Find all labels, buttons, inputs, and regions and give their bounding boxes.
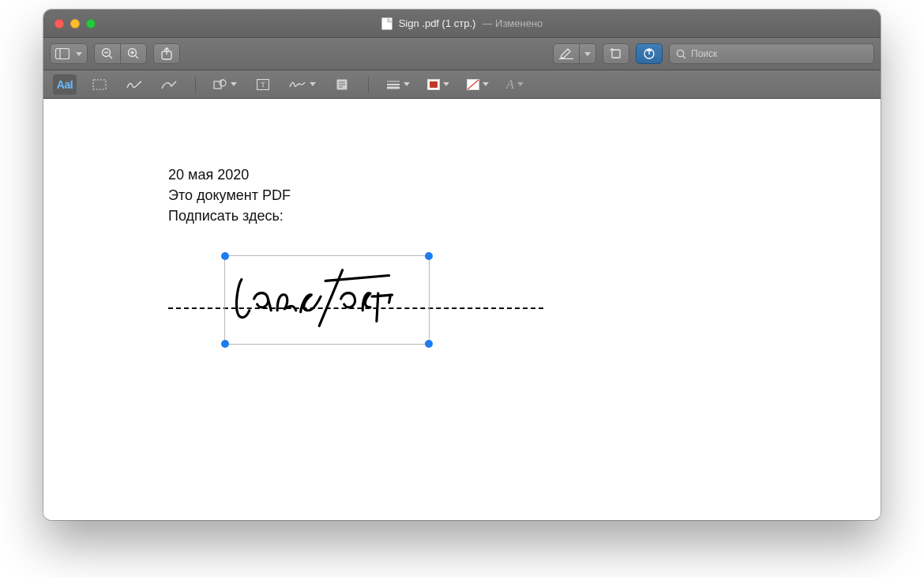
note-button[interactable] xyxy=(330,74,354,95)
svg-line-16 xyxy=(683,55,685,58)
window-title-text: Sign .pdf (1 стр.) xyxy=(399,17,476,29)
rotate-icon xyxy=(610,47,622,60)
chevron-down-icon xyxy=(231,82,237,86)
zoom-in-button[interactable] xyxy=(120,43,147,64)
signature-selection[interactable] xyxy=(224,255,430,345)
svg-rect-13 xyxy=(612,50,620,58)
svg-rect-0 xyxy=(381,17,392,29)
doc-line-2: Это документ PDF xyxy=(168,185,291,206)
markup-toggle-button[interactable] xyxy=(636,43,663,64)
chevron-down-icon xyxy=(443,82,449,86)
border-color-button[interactable] xyxy=(424,74,453,95)
resize-handle-bottom-left[interactable] xyxy=(221,340,229,348)
font-a-icon: A xyxy=(506,77,514,92)
text-style-label: AaI xyxy=(57,78,73,91)
draw-icon xyxy=(161,79,177,90)
draw-button[interactable] xyxy=(157,74,181,95)
main-toolbar xyxy=(43,38,881,70)
divider xyxy=(195,77,196,92)
zoom-out-button[interactable] xyxy=(94,43,121,64)
svg-rect-1 xyxy=(56,49,69,59)
sign-button[interactable] xyxy=(286,74,319,95)
highlight-button[interactable] xyxy=(553,43,580,64)
sidebar-icon xyxy=(55,48,69,59)
sketch-icon xyxy=(126,79,142,90)
share-button[interactable] xyxy=(153,43,180,64)
line-style-button[interactable] xyxy=(383,74,413,95)
svg-line-4 xyxy=(109,55,112,58)
search-input[interactable] xyxy=(691,48,867,59)
chevron-down-icon xyxy=(517,82,524,86)
window-title: Sign .pdf (1 стр.) — Изменено xyxy=(43,17,881,30)
rect-select-button[interactable] xyxy=(88,74,111,95)
markup-toolbar: AaI xyxy=(43,70,881,99)
doc-line-1: 20 мая 2020 xyxy=(168,164,291,185)
app-window: Sign .pdf (1 стр.) — Изменено xyxy=(43,9,881,520)
resize-handle-top-right[interactable] xyxy=(425,252,433,260)
zoom-window-button[interactable] xyxy=(86,19,96,28)
chevron-down-icon xyxy=(76,52,82,56)
zoom-in-icon xyxy=(127,47,140,60)
share-icon xyxy=(161,47,172,60)
fill-color-icon xyxy=(467,79,479,90)
shapes-button[interactable] xyxy=(210,74,240,95)
sketch-button[interactable] xyxy=(122,74,146,95)
titlebar: Sign .pdf (1 стр.) — Изменено xyxy=(43,9,881,38)
resize-handle-bottom-right[interactable] xyxy=(425,340,433,348)
line-style-icon xyxy=(386,80,400,89)
shapes-icon xyxy=(213,79,227,90)
window-status: — Изменено xyxy=(482,17,543,29)
divider xyxy=(368,77,369,92)
chevron-down-icon xyxy=(483,82,489,86)
svg-rect-17 xyxy=(93,80,106,89)
svg-text:T: T xyxy=(261,81,265,89)
signature-glyph xyxy=(225,256,429,344)
highlight-menu-button[interactable] xyxy=(579,43,596,64)
sign-icon xyxy=(289,79,306,90)
text-box-button[interactable]: T xyxy=(251,74,275,95)
svg-point-19 xyxy=(220,80,226,86)
chevron-down-icon xyxy=(404,82,410,86)
sidebar-toggle-button[interactable] xyxy=(50,43,88,64)
chevron-down-icon xyxy=(310,82,316,86)
note-icon xyxy=(336,79,347,90)
text-style-button[interactable]: AaI xyxy=(53,74,77,95)
search-icon xyxy=(676,49,686,59)
search-field[interactable] xyxy=(669,43,874,64)
border-color-icon xyxy=(427,79,440,90)
chevron-down-icon xyxy=(584,52,591,56)
rect-select-icon xyxy=(92,79,107,90)
highlighter-icon xyxy=(559,48,573,59)
svg-line-7 xyxy=(135,55,138,58)
fill-color-button[interactable] xyxy=(464,74,492,95)
resize-handle-top-left[interactable] xyxy=(221,252,229,260)
minimize-window-button[interactable] xyxy=(70,19,80,28)
pdf-page: 20 мая 2020 Это документ PDF Подписать з… xyxy=(43,99,881,520)
window-controls xyxy=(43,19,96,28)
markup-icon xyxy=(643,47,655,60)
document-icon xyxy=(381,17,393,30)
text-box-icon: T xyxy=(257,79,269,90)
font-style-button[interactable]: A xyxy=(503,74,527,95)
zoom-out-icon xyxy=(101,47,114,60)
close-window-button[interactable] xyxy=(54,19,64,28)
svg-point-15 xyxy=(677,50,683,56)
doc-line-3: Подписать здесь: xyxy=(168,206,291,226)
svg-rect-30 xyxy=(430,81,438,88)
rotate-button[interactable] xyxy=(603,43,629,64)
document-text: 20 мая 2020 Это документ PDF Подписать з… xyxy=(168,164,291,226)
document-area[interactable]: 20 мая 2020 Это документ PDF Подписать з… xyxy=(43,99,881,520)
